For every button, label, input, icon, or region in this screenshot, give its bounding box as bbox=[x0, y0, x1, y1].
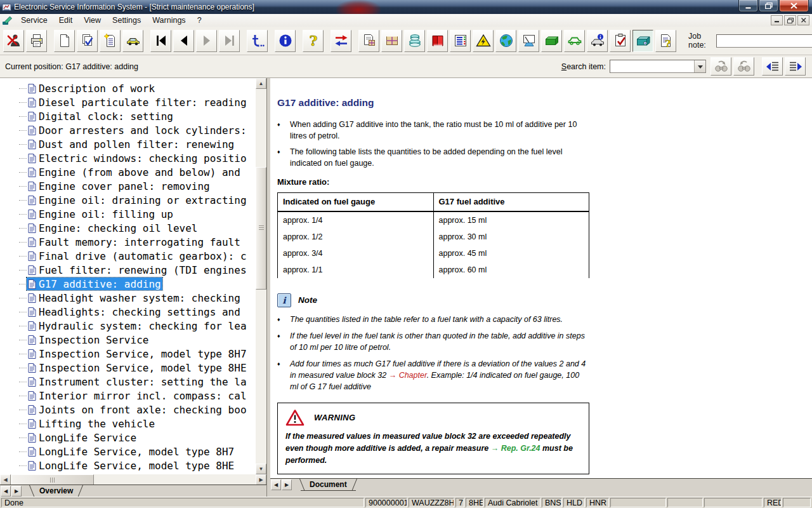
document-window-icon[interactable] bbox=[2, 16, 13, 25]
copy-documents-icon[interactable] bbox=[77, 30, 98, 52]
doc-tab-scroll-left-icon[interactable]: ◀ bbox=[271, 479, 281, 490]
tab-document[interactable]: Document bbox=[301, 479, 356, 491]
exit-icon[interactable] bbox=[3, 30, 24, 52]
tree-item[interactable]: Lifting the vehicle bbox=[0, 417, 256, 431]
return-icon[interactable] bbox=[247, 30, 268, 52]
tree-item[interactable]: Dust and pollen filter: renewing bbox=[0, 137, 256, 151]
tree-item[interactable]: LongLife Service, model type 8HE bbox=[0, 458, 256, 472]
tree-item[interactable]: Inspection Service bbox=[0, 333, 256, 347]
new-document-icon[interactable] bbox=[54, 30, 75, 52]
nav-next-icon[interactable] bbox=[196, 30, 217, 52]
tree-scrollbar-thumb[interactable] bbox=[256, 167, 266, 290]
menu-item-service[interactable]: Service bbox=[15, 16, 53, 25]
tree-item[interactable]: Digital clock: setting bbox=[0, 109, 256, 123]
search-next-icon[interactable] bbox=[710, 57, 731, 76]
vehicle-info-icon[interactable] bbox=[587, 30, 608, 52]
tree-item[interactable]: Engine: checking oil level bbox=[0, 221, 256, 235]
tree-item[interactable]: Hydraulic system: checking for lea bbox=[0, 319, 256, 333]
tree-item[interactable]: Fault memory: interrogating fault bbox=[0, 235, 256, 249]
print-icon[interactable] bbox=[26, 30, 47, 52]
scroll-right-icon[interactable]: ▶ bbox=[256, 474, 266, 485]
mdi-minimize-icon[interactable] bbox=[771, 15, 783, 25]
menu-item-view[interactable]: View bbox=[78, 16, 107, 25]
scroll-down-icon[interactable]: ▼ bbox=[256, 464, 266, 474]
menu-item-warnings[interactable]: Warnings bbox=[147, 16, 191, 25]
tree-item[interactable]: Instrument cluster: setting the la bbox=[0, 375, 256, 389]
tree-branch bbox=[19, 424, 27, 424]
repair-manual-icon[interactable] bbox=[427, 30, 448, 52]
tree-item[interactable]: LongLife Service, model type 8H7 bbox=[0, 444, 256, 458]
tab-scroll-left-icon[interactable]: ◀ bbox=[1, 486, 11, 497]
swap-arrows-icon[interactable] bbox=[331, 30, 351, 52]
document-wizard-icon[interactable] bbox=[100, 30, 121, 52]
job-note-input[interactable] bbox=[716, 34, 812, 48]
tree-horizontal-scrollbar[interactable]: ◀ ▶ bbox=[0, 474, 266, 485]
menu-item-edit[interactable]: Edit bbox=[53, 16, 79, 25]
document-question-icon[interactable]: ? bbox=[655, 30, 676, 52]
document-icon bbox=[28, 140, 39, 149]
tree-item[interactable]: Engine cover panel: removing bbox=[0, 179, 256, 193]
combo-dropdown-icon[interactable] bbox=[694, 60, 705, 72]
tree-item[interactable]: Description of work bbox=[0, 81, 256, 95]
scroll-up-icon[interactable]: ▲ bbox=[256, 78, 266, 89]
parts-package-icon[interactable] bbox=[381, 30, 402, 52]
tree-vertical-scrollbar[interactable]: ▲ ▼ bbox=[256, 78, 266, 474]
tree-item[interactable]: Final drive (automatic gearbox): c bbox=[0, 249, 256, 263]
tree-item[interactable]: Electric windows: checking positio bbox=[0, 151, 256, 165]
search-item-combobox[interactable] bbox=[610, 60, 706, 73]
rep-gr-link[interactable]: → Rep. Gr.24 bbox=[491, 444, 540, 453]
nav-previous-icon[interactable] bbox=[173, 30, 194, 52]
search-previous-icon[interactable] bbox=[733, 57, 754, 76]
tree-item[interactable]: Door arresters and lock cylinders: bbox=[0, 123, 256, 137]
scroll-left-icon[interactable]: ◀ bbox=[0, 474, 11, 485]
tree-item[interactable]: Engine oil: draining or extracting bbox=[0, 193, 256, 207]
previous-document-icon[interactable] bbox=[762, 57, 783, 76]
next-document-icon[interactable] bbox=[785, 57, 806, 76]
restore-icon[interactable] bbox=[759, 0, 778, 12]
parts-document-icon[interactable] bbox=[358, 30, 379, 52]
checklist-icon[interactable] bbox=[610, 30, 631, 52]
tree-item[interactable]: Inspection Service, model type 8H7 bbox=[0, 347, 256, 361]
tree-item[interactable]: Diesel particulate filter: reading bbox=[0, 95, 256, 109]
doc-tab-scroll-right-icon[interactable]: ▶ bbox=[282, 479, 292, 490]
menu-item-[interactable]: ? bbox=[192, 16, 207, 25]
document-icon bbox=[28, 391, 39, 401]
nav-first-icon[interactable] bbox=[150, 30, 171, 52]
tree-item[interactable]: Joints on front axle: checking boo bbox=[0, 403, 256, 417]
tree-item-label: G17 additive: adding bbox=[39, 278, 161, 290]
measurement-icon[interactable] bbox=[518, 30, 539, 52]
electrical-hazard-icon[interactable] bbox=[473, 30, 494, 52]
tree-item[interactable]: Engine oil: filling up bbox=[0, 207, 256, 221]
mdi-close-icon[interactable] bbox=[797, 15, 809, 25]
database-icon[interactable] bbox=[404, 30, 425, 52]
vehicle-icon[interactable] bbox=[122, 30, 143, 52]
status-cell: WAUZZZ8H bbox=[409, 498, 454, 507]
tree-item[interactable]: LongLife Service bbox=[0, 431, 256, 444]
nav-last-icon[interactable] bbox=[219, 30, 240, 52]
tree-item[interactable]: Inspection Service, model type 8HE bbox=[0, 361, 256, 375]
info-icon[interactable] bbox=[275, 30, 296, 52]
toolbox-icon[interactable] bbox=[541, 30, 562, 52]
close-icon[interactable] bbox=[779, 0, 809, 12]
tab-overview[interactable]: Overview bbox=[30, 485, 82, 497]
chapter-link[interactable]: → Chapter bbox=[389, 371, 427, 380]
tab-scroll-right-icon[interactable]: ▶ bbox=[11, 486, 22, 497]
tree-item[interactable]: G17 additive: adding bbox=[0, 277, 256, 291]
tree-hscrollbar-thumb[interactable] bbox=[11, 474, 94, 485]
tree-item[interactable]: Interior mirror incl. compass: cal bbox=[0, 389, 256, 403]
mdi-restore-icon[interactable] bbox=[784, 15, 796, 25]
work-list-icon[interactable] bbox=[450, 30, 471, 52]
globe-icon[interactable] bbox=[495, 30, 516, 52]
vehicle-outline-icon[interactable] bbox=[564, 30, 585, 52]
minimize-icon[interactable] bbox=[738, 0, 758, 12]
workshop-icon[interactable] bbox=[632, 30, 653, 52]
tree-branch bbox=[19, 144, 27, 145]
menu-item-settings[interactable]: Settings bbox=[107, 16, 147, 25]
tree-item[interactable]: Headlight washer system: checking bbox=[0, 291, 256, 305]
tree-item[interactable]: Engine (from above and below) and bbox=[0, 165, 256, 179]
tree-item[interactable]: Headlights: checking settings and bbox=[0, 305, 256, 319]
help-icon[interactable]: ? bbox=[303, 30, 324, 52]
table-cell: approx. 1/2 bbox=[278, 229, 434, 245]
tree-item[interactable]: Fuel filter: renewing (TDI engines bbox=[0, 263, 256, 277]
application-icon[interactable] bbox=[2, 3, 11, 12]
